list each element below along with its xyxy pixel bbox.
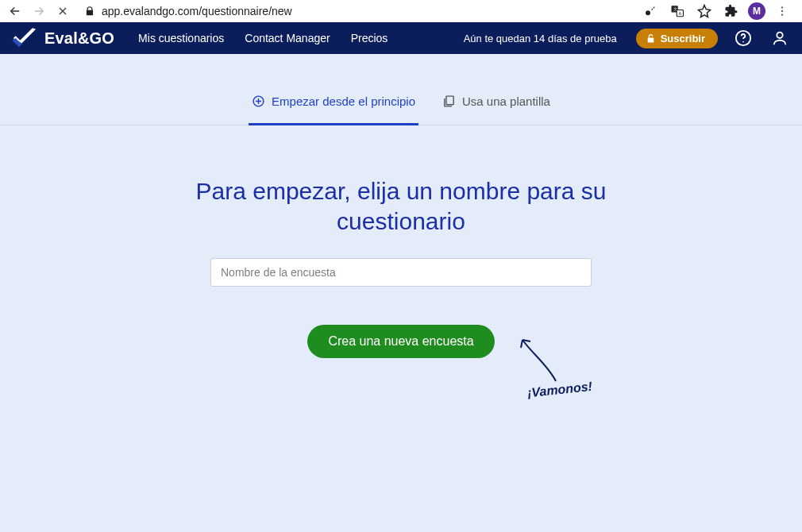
person-icon bbox=[771, 29, 789, 47]
tab-label: Usa una plantilla bbox=[462, 94, 550, 108]
unlock-icon bbox=[646, 33, 656, 44]
subscribe-label: Suscribir bbox=[661, 33, 705, 44]
brand-logo[interactable]: Eval&GO bbox=[11, 28, 114, 48]
address-bar[interactable]: app.evalandgo.com/questionnaire/new bbox=[76, 5, 637, 17]
svg-point-5 bbox=[781, 6, 783, 8]
template-icon bbox=[442, 94, 456, 108]
profile-avatar[interactable]: M bbox=[748, 2, 765, 20]
annotation-text: ¡Vamonos! bbox=[526, 380, 593, 400]
nav-pricing[interactable]: Precios bbox=[351, 32, 388, 44]
account-button[interactable] bbox=[769, 29, 791, 47]
help-button[interactable] bbox=[732, 29, 754, 47]
app-header: Eval&GO Mis cuestionarios Contact Manage… bbox=[0, 22, 802, 54]
key-icon bbox=[643, 4, 657, 18]
create-survey-button[interactable]: Crea una nueva encuesta bbox=[307, 325, 494, 358]
svg-point-6 bbox=[781, 10, 783, 12]
svg-point-0 bbox=[646, 10, 650, 15]
tab-start-from-scratch[interactable]: Empezar desde el principio bbox=[252, 87, 415, 125]
curved-arrow-icon bbox=[516, 333, 572, 389]
url-text: app.evalandgo.com/questionnaire/new bbox=[102, 5, 292, 17]
translate-icon-button[interactable]: 文A bbox=[667, 1, 688, 21]
trial-days-remaining: Aún te quedan 14 días de prueba bbox=[464, 33, 617, 44]
tab-use-template[interactable]: Usa una plantilla bbox=[442, 87, 550, 125]
dots-vertical-icon bbox=[776, 5, 789, 17]
avatar-initial: M bbox=[753, 6, 761, 17]
svg-point-10 bbox=[777, 33, 782, 38]
svg-point-9 bbox=[742, 41, 744, 43]
key-icon-button[interactable] bbox=[640, 1, 661, 21]
browser-menu-button[interactable] bbox=[772, 1, 792, 21]
vamonos-annotation: ¡Vamonos! bbox=[516, 333, 572, 392]
forward-button[interactable] bbox=[29, 1, 49, 21]
lock-icon bbox=[84, 6, 95, 17]
svg-text:A: A bbox=[679, 11, 682, 16]
browser-toolbar: app.evalandgo.com/questionnaire/new 文A M bbox=[0, 0, 802, 22]
arrow-left-icon bbox=[8, 4, 22, 18]
tab-label: Empezar desde el principio bbox=[272, 94, 415, 108]
creation-mode-tabs: Empezar desde el principio Usa una plant… bbox=[0, 54, 802, 125]
plus-circle-icon bbox=[252, 94, 265, 108]
arrow-right-icon bbox=[32, 4, 46, 18]
translate-icon: 文A bbox=[670, 4, 684, 18]
extensions-button[interactable] bbox=[721, 1, 742, 21]
close-icon bbox=[56, 5, 69, 17]
svg-point-7 bbox=[781, 13, 783, 15]
survey-name-input[interactable] bbox=[210, 258, 592, 287]
help-icon bbox=[735, 29, 752, 47]
nav-contact-manager[interactable]: Contact Manager bbox=[245, 32, 330, 44]
stop-button[interactable] bbox=[52, 1, 73, 21]
bookmark-button[interactable] bbox=[694, 1, 715, 21]
check-logo-icon bbox=[11, 28, 38, 48]
svg-text:文: 文 bbox=[673, 6, 677, 11]
svg-rect-12 bbox=[446, 96, 453, 105]
page-heading: Para empezar, elija un nombre para su cu… bbox=[179, 176, 623, 236]
back-button[interactable] bbox=[5, 1, 25, 21]
page-content: Empezar desde el principio Usa una plant… bbox=[0, 54, 802, 532]
puzzle-icon bbox=[724, 4, 738, 18]
subscribe-button[interactable]: Suscribir bbox=[636, 29, 718, 48]
brand-name: Eval&GO bbox=[44, 29, 114, 48]
star-icon bbox=[697, 4, 711, 18]
nav-my-surveys[interactable]: Mis cuestionarios bbox=[138, 32, 224, 44]
